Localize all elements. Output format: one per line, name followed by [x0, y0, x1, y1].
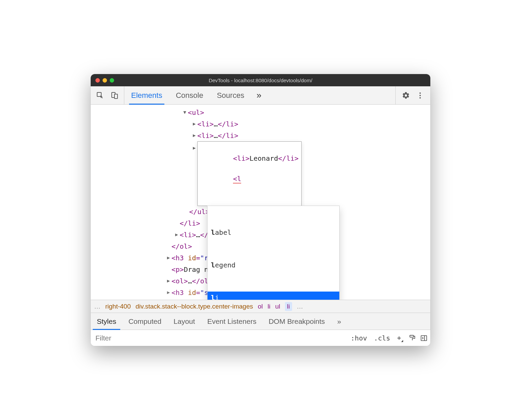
svg-rect-7	[421, 335, 427, 340]
minimize-window-button[interactable]	[103, 78, 107, 83]
tree-row[interactable]: <li>…</li>	[91, 118, 430, 130]
breadcrumb-item[interactable]: div.stack.stack--block.type.center-image…	[136, 303, 253, 310]
styles-toolbar: :hov .cls +◢	[91, 330, 430, 346]
tab-computed[interactable]: Computed	[122, 313, 167, 330]
html-edit-box[interactable]: <li>Leonard</li> <l label legend li link	[197, 141, 302, 206]
tab-console[interactable]: Console	[169, 86, 210, 104]
main-tabs: Elements Console Sources »	[124, 86, 267, 104]
close-window-button[interactable]	[95, 78, 100, 83]
breadcrumb-overflow-right[interactable]: …	[297, 303, 303, 310]
devtools-window: DevTools - localhost:8080/docs/devtools/…	[91, 74, 430, 346]
expand-arrow-icon[interactable]	[174, 231, 180, 239]
tree-row[interactable]: <li>…</li>	[91, 130, 430, 141]
tab-event-listeners[interactable]: Event Listeners	[201, 313, 263, 330]
expand-arrow-icon[interactable]	[191, 120, 197, 128]
breadcrumb-overflow-left[interactable]: …	[94, 303, 101, 310]
breadcrumb-item[interactable]: right-400	[105, 303, 131, 310]
expand-arrow-icon[interactable]	[165, 254, 172, 262]
expand-arrow-icon[interactable]	[191, 132, 197, 140]
tab-dom-breakpoints[interactable]: DOM Breakpoints	[263, 313, 331, 330]
breadcrumb-bar: … right-400 div.stack.stack--block.type.…	[91, 300, 430, 313]
svg-rect-2	[114, 94, 118, 99]
maximize-window-button[interactable]	[110, 78, 114, 83]
autocomplete-item-li[interactable]: li	[208, 292, 339, 300]
new-style-rule-button[interactable]: +◢	[396, 333, 405, 343]
more-tabs-button[interactable]: »	[251, 86, 267, 104]
autocomplete-popup: label legend li link	[207, 206, 340, 300]
tree-row-editing[interactable]: <li>Leonard</li> <l label legend li link	[91, 141, 430, 206]
elements-tree[interactable]: <ul> <li>…</li> <li>…</li> <li>Leonard</…	[91, 105, 430, 300]
breadcrumb-item-selected[interactable]: li	[285, 302, 292, 311]
titlebar: DevTools - localhost:8080/docs/devtools/…	[91, 74, 430, 86]
computed-sidebar-toggle-icon[interactable]	[420, 334, 428, 342]
breadcrumb-item[interactable]: li	[268, 303, 270, 310]
toggle-cls-button[interactable]: .cls	[373, 333, 392, 343]
kebab-menu-icon[interactable]	[416, 91, 424, 100]
breadcrumb-item[interactable]: ul	[275, 303, 280, 310]
expand-arrow-icon[interactable]	[182, 108, 188, 117]
expand-arrow-icon[interactable]	[165, 277, 172, 285]
more-styles-tabs-button[interactable]: »	[331, 313, 347, 330]
device-toolbar-icon[interactable]	[110, 91, 119, 100]
tab-layout[interactable]: Layout	[167, 313, 201, 330]
new-tag-typing[interactable]: <l	[233, 175, 241, 183]
styles-filter-input[interactable]	[93, 333, 345, 344]
tab-sources[interactable]: Sources	[210, 86, 251, 104]
tree-row[interactable]: <ul>	[91, 107, 430, 118]
toolbar-left	[91, 86, 124, 104]
window-controls	[95, 78, 114, 83]
svg-point-3	[419, 92, 421, 94]
svg-point-5	[419, 97, 421, 99]
inspect-element-icon[interactable]	[96, 91, 104, 100]
tab-styles[interactable]: Styles	[91, 313, 122, 330]
svg-point-4	[419, 95, 421, 96]
styles-tabbar: Styles Computed Layout Event Listeners D…	[91, 313, 430, 330]
breadcrumb-item[interactable]: ol	[258, 303, 263, 310]
toggle-hover-button[interactable]: :hov	[349, 333, 369, 343]
main-tabbar: Elements Console Sources »	[91, 86, 430, 105]
settings-gear-icon[interactable]	[402, 91, 410, 100]
expand-arrow-icon[interactable]	[191, 144, 197, 152]
tab-elements[interactable]: Elements	[124, 86, 169, 104]
autocomplete-item-label[interactable]: label	[208, 226, 339, 239]
window-title: DevTools - localhost:8080/docs/devtools/…	[91, 77, 430, 83]
svg-rect-6	[410, 335, 414, 337]
expand-arrow-icon[interactable]	[165, 288, 172, 297]
paint-format-icon[interactable]	[409, 334, 416, 342]
autocomplete-item-legend[interactable]: legend	[208, 259, 339, 271]
toolbar-right	[395, 86, 430, 104]
